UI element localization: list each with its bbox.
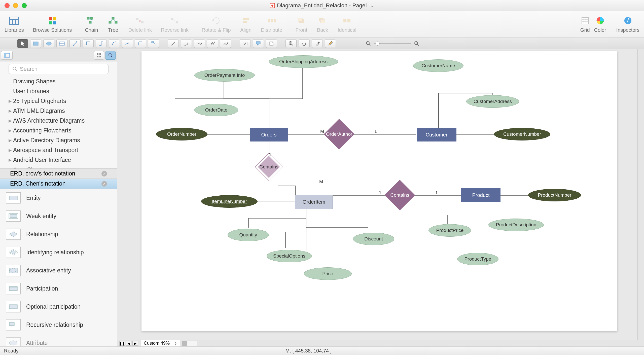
shape-identifying-relationship[interactable]: Identifying relationship: [0, 243, 117, 261]
zoom-combo[interactable]: Custom 49%▲▼: [141, 340, 180, 346]
delete-link-button[interactable]: Delete link: [127, 16, 153, 33]
ruler-vertical[interactable]: [637, 49, 644, 346]
search-input[interactable]: Search: [9, 64, 109, 74]
library-list[interactable]: Drawing Shapes User Libraries ▶25 Typica…: [0, 77, 117, 169]
keyattr-productnumber[interactable]: ProductNumber: [528, 189, 581, 201]
lib-item[interactable]: ▶25 Typical Orgcharts: [0, 96, 117, 106]
minimize-window-button[interactable]: [13, 3, 18, 8]
libraries-button[interactable]: Libraries: [3, 16, 25, 33]
entity-orders[interactable]: Orders: [250, 128, 288, 141]
shape-attribute[interactable]: Attribute: [0, 334, 117, 346]
color-button[interactable]: Color: [593, 16, 608, 33]
zoom-out-icon[interactable]: [366, 41, 371, 46]
attr-price[interactable]: Price: [304, 267, 352, 280]
lib-item[interactable]: ▶Accounting Flowcharts: [0, 126, 117, 135]
connector-direct-tool[interactable]: [69, 39, 81, 48]
polyline-tool[interactable]: [207, 39, 218, 48]
connector-round-tool[interactable]: [135, 39, 146, 48]
lib-item[interactable]: ▶AWS Architecture Diagrams: [0, 116, 117, 126]
text-tool[interactable]: A: [240, 39, 251, 48]
search-view-button[interactable]: [105, 51, 116, 60]
attr-orderdate[interactable]: OrderDate: [194, 104, 238, 116]
document-title[interactable]: ◆ Diagrama_Entidad_Relacion - Page1 ⌄: [270, 2, 374, 9]
attr-ordershipping[interactable]: OrderShippingAddress: [269, 55, 338, 68]
page-prev[interactable]: ▶: [132, 341, 138, 346]
back-button[interactable]: Back: [315, 16, 330, 33]
library-tab-crow[interactable]: ERD, crow's foot notation×: [0, 169, 117, 179]
zoom-thumb[interactable]: [376, 42, 380, 46]
shape-associative[interactable]: Associative entity: [0, 261, 117, 279]
weak-entity-orderitem[interactable]: OrderItem: [295, 195, 333, 209]
attr-productdesc[interactable]: ProductDescription: [488, 219, 544, 231]
select-tool[interactable]: [17, 39, 28, 48]
spline-tool[interactable]: [194, 39, 205, 48]
shape-weak-entity[interactable]: Weak entity: [0, 207, 117, 225]
attr-discount[interactable]: Discount: [353, 233, 394, 245]
table-tool[interactable]: [56, 39, 67, 48]
align-button[interactable]: Align: [238, 16, 254, 33]
attr-customername[interactable]: CustomerName: [413, 59, 463, 72]
zoom-in-icon[interactable]: [414, 41, 419, 46]
lib-item[interactable]: Drawing Shapes: [0, 77, 117, 86]
rotate-flip-button[interactable]: Rotate & Flip: [200, 16, 232, 33]
rect-tool[interactable]: [30, 39, 41, 48]
freehand-tool[interactable]: [220, 39, 231, 48]
attr-producttype[interactable]: ProductType: [457, 253, 498, 265]
canvas-area[interactable]: Orders Customer Product OrderItem OrderA…: [117, 49, 644, 346]
lib-item[interactable]: ▶Android User Interface: [0, 155, 117, 165]
keyattr-customernumber[interactable]: CustomerNumber: [494, 128, 550, 140]
sidebar-toggle[interactable]: [1, 51, 13, 60]
shape-participation[interactable]: Participation: [0, 279, 117, 298]
grid-button[interactable]: Grid: [578, 16, 593, 33]
attr-orderpayment[interactable]: OrderPayment Info: [194, 69, 255, 82]
zoom-track[interactable]: [374, 43, 411, 44]
arc-tool[interactable]: [181, 39, 192, 48]
connector-detach-tool[interactable]: [148, 39, 159, 48]
close-window-button[interactable]: [5, 3, 10, 8]
front-button[interactable]: Front: [294, 16, 309, 33]
shape-entity[interactable]: Entity: [0, 189, 117, 207]
tree-button[interactable]: Tree: [106, 16, 121, 33]
keyattr-ordernumber[interactable]: OrderNumber: [156, 128, 207, 140]
identical-button[interactable]: Identical: [336, 16, 358, 33]
shape-recursive[interactable]: Recursive relationship: [0, 316, 117, 334]
attr-customeraddress[interactable]: CustomerAddress: [466, 95, 519, 108]
entity-customer[interactable]: Customer: [417, 128, 456, 141]
page-first[interactable]: ◀: [126, 341, 131, 346]
edit-tool[interactable]: [325, 39, 336, 48]
ellipse-tool[interactable]: [43, 39, 54, 48]
pan-tool[interactable]: [299, 39, 310, 48]
connector-curve-tool[interactable]: [109, 39, 120, 48]
close-icon[interactable]: ×: [101, 181, 107, 187]
lib-item[interactable]: ▶ATM UML Diagrams: [0, 106, 117, 116]
zoom-window-button[interactable]: [22, 3, 27, 8]
shape-relationship[interactable]: Relationship: [0, 225, 117, 243]
attr-quantity[interactable]: Quantity: [228, 229, 269, 241]
page-tabs[interactable]: [182, 341, 197, 346]
page-pause[interactable]: ❚❚: [119, 341, 125, 346]
attr-productprice[interactable]: ProductPrice: [428, 224, 471, 237]
zoom-slider[interactable]: [366, 41, 419, 46]
canvas-page[interactable]: Orders Customer Product OrderItem OrderA…: [141, 51, 617, 331]
browse-solutions-button[interactable]: Browse Solutions: [31, 16, 74, 33]
lib-item[interactable]: ▶Area Charts: [0, 165, 117, 169]
line-tool[interactable]: [168, 39, 179, 48]
keyattr-itemlinenumber[interactable]: ItemLineNumber: [201, 195, 258, 208]
callout-tool[interactable]: [253, 39, 264, 48]
attr-specialoptions[interactable]: SpecialOptions: [267, 250, 312, 262]
connector-z-tool[interactable]: [96, 39, 107, 48]
lib-item[interactable]: User Libraries: [0, 86, 117, 96]
connector-s-tool[interactable]: [122, 39, 133, 48]
reverse-link-button[interactable]: Reverse link: [159, 16, 190, 33]
inspectors-button[interactable]: iInspectors: [615, 16, 641, 33]
eyedropper-tool[interactable]: [312, 39, 323, 48]
close-icon[interactable]: ×: [101, 171, 107, 176]
connector-l-tool[interactable]: [83, 39, 94, 48]
library-tab-chen[interactable]: ERD, Chen's notation×: [0, 179, 117, 189]
lib-item[interactable]: ▶Aerospace and Transport: [0, 145, 117, 155]
shape-palette[interactable]: Entity Weak entity Relationship Identify…: [0, 189, 117, 346]
distribute-button[interactable]: Distribute: [260, 16, 284, 33]
shape-optional-participation[interactable]: Optional participation: [0, 298, 117, 316]
zoom-in-tool[interactable]: [285, 39, 297, 48]
entity-product[interactable]: Product: [461, 188, 500, 202]
